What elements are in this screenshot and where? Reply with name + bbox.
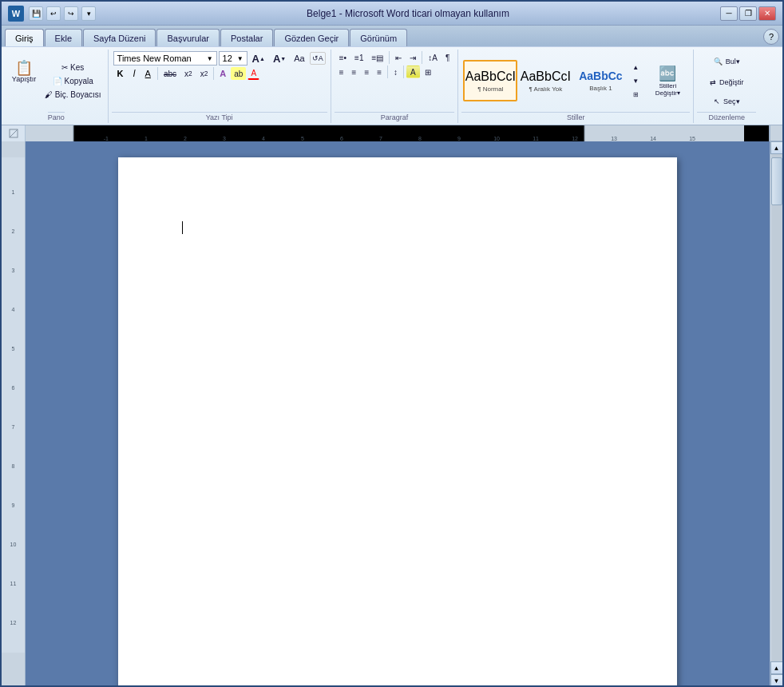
select-icon: ↖: [714, 97, 720, 105]
quick-access-toolbar: 💾 ↩ ↪ ▾: [29, 6, 96, 21]
ribbon: Giriş Ekle Sayfa Düzeni Başvurular Posta…: [2, 26, 782, 125]
document-page[interactable]: [118, 157, 677, 687]
tab-postalar[interactable]: Postalar: [220, 29, 273, 46]
tab-sayfa-duzeni[interactable]: Sayfa Düzeni: [83, 29, 156, 46]
vertical-ruler: 1 2 3 4 5 6 7 8 9 10 11 12: [2, 141, 26, 687]
ruler-corner: [2, 125, 26, 141]
font-grow-button[interactable]: A▲: [249, 52, 268, 65]
italic-button[interactable]: İ: [129, 67, 140, 80]
font-shrink-button[interactable]: A▼: [270, 52, 289, 65]
scroll-down-button2[interactable]: ▼: [770, 674, 783, 687]
styles-expand[interactable]: ⊞: [629, 88, 642, 101]
style-no-spacing-label: ¶ Aralık Yok: [529, 85, 563, 93]
find-button[interactable]: 🔍 Bul▾: [699, 51, 754, 72]
redo-quick-btn[interactable]: ↪: [64, 6, 78, 21]
font-size-value: 12: [223, 54, 237, 63]
align-right-button[interactable]: ≡: [361, 66, 372, 78]
style-heading1-preview: AaBbCc: [579, 69, 622, 83]
borders-button[interactable]: ⊞: [422, 66, 434, 78]
style-no-spacing[interactable]: AaBbCcI ¶ Aralık Yok: [518, 60, 572, 101]
replace-button[interactable]: ⇄ Değiştir: [699, 73, 754, 91]
main-area: 1 2 3 4 5 6 7 8 9 10 11 12 ▲ ▲ ▼: [2, 141, 782, 687]
bold-button[interactable]: K: [113, 67, 128, 80]
help-button[interactable]: ?: [763, 29, 779, 45]
change-styles-button[interactable]: 🔤 Stilleri Değiştir▾: [647, 60, 688, 101]
undo-quick-btn[interactable]: ↩: [46, 6, 61, 21]
close-button[interactable]: ✕: [758, 6, 776, 21]
replace-label: Değiştir: [719, 78, 744, 86]
scrollbar-track[interactable]: [771, 154, 782, 661]
styles-scroll-down[interactable]: ▼: [629, 74, 642, 87]
svg-rect-9: [2, 653, 26, 687]
font-group-label: Yazı Tipi: [112, 112, 327, 121]
title-bar-left: W 💾 ↩ ↪ ▾: [8, 6, 96, 22]
ribbon-group-pano: 📋 Yapıştır ✂ Kes 📄 Kopyala 🖌 Biç. Boyacı…: [5, 50, 109, 123]
tab-basvurular[interactable]: Başvurular: [156, 29, 220, 46]
align-left-button[interactable]: ≡: [336, 66, 347, 78]
ribbon-group-font: Times New Roman ▼ 12 ▼ A▲ A▼ Aa ↺A K İ: [109, 50, 331, 123]
app-icon: W: [8, 6, 24, 22]
ribbon-group-duzenleme: 🔍 Bul▾ ⇄ Değiştir ↖ Seç▾ Düzenleme: [694, 50, 759, 123]
font-name-selector[interactable]: Times New Roman ▼: [113, 51, 217, 66]
clear-format-button[interactable]: Aa: [291, 52, 307, 65]
styles-scroll-up[interactable]: ▲: [629, 61, 642, 73]
superscript-button[interactable]: x2: [197, 67, 212, 80]
scroll-down-button[interactable]: ▲: [770, 661, 783, 674]
font-name-dropdown-arrow: ▼: [207, 55, 213, 62]
scroll-up-button[interactable]: ▲: [770, 141, 783, 154]
separator2: [213, 67, 214, 80]
window-title: Belge1 - Microsoft Word ticari olmayan k…: [96, 8, 720, 19]
separator: [157, 67, 158, 80]
change-styles-icon: 🔤: [659, 65, 676, 82]
style-normal-preview: AaBbCcI: [465, 69, 516, 84]
ruler-row: -1 1 2 3 4 5 6 7 8 9 10 11 12 13 14 15: [2, 125, 782, 141]
text-cursor: [182, 221, 183, 234]
tab-ekle[interactable]: Ekle: [45, 29, 82, 46]
style-heading1[interactable]: AaBbCc Başlık 1: [573, 60, 628, 101]
text-highlight-button[interactable]: ab: [231, 67, 246, 80]
justify-button[interactable]: ≡: [374, 66, 385, 78]
scrollbar-thumb[interactable]: [771, 157, 782, 205]
multilevel-list-button[interactable]: ≡▤: [368, 51, 386, 64]
document-area[interactable]: [26, 141, 770, 687]
subscript-button[interactable]: x2: [181, 67, 196, 80]
ribbon-group-styles: AaBbCcI ¶ Normal AaBbCcI ¶ Aralık Yok Aa…: [458, 50, 694, 123]
find-label: Bul▾: [726, 58, 740, 66]
select-button[interactable]: ↖ Seç▾: [699, 93, 754, 110]
format-painter-button[interactable]: 🖌 Biç. Boyacısı: [42, 88, 105, 101]
clear-all-format-button[interactable]: ↺A: [310, 52, 326, 65]
minimize-button[interactable]: ─: [720, 6, 738, 21]
font-size-selector[interactable]: 12 ▼: [219, 51, 247, 66]
horizontal-ruler: -1 1 2 3 4 5 6 7 8 9 10 11 12 13 14 15: [26, 125, 770, 141]
font-size-dropdown-arrow: ▼: [237, 55, 244, 62]
customize-quick-btn[interactable]: ▾: [81, 6, 96, 21]
line-spacing-button[interactable]: ↕: [390, 66, 401, 78]
shading-button[interactable]: A: [406, 66, 420, 78]
ribbon-content: 📋 Yapıştır ✂ Kes 📄 Kopyala 🖌 Biç. Boyacı…: [2, 46, 782, 125]
decrease-indent-button[interactable]: ⇤: [392, 51, 405, 64]
font-color-button[interactable]: A: [247, 67, 259, 80]
save-quick-btn[interactable]: 💾: [29, 6, 43, 21]
sort-button[interactable]: ↕A: [425, 51, 441, 64]
ribbon-tab-bar: Giriş Ekle Sayfa Düzeni Başvurular Posta…: [2, 26, 782, 46]
show-marks-button[interactable]: ¶: [442, 51, 453, 64]
underline-button[interactable]: A: [141, 67, 155, 80]
numbered-list-button[interactable]: ≡1: [351, 51, 366, 64]
strikethrough-button[interactable]: abc: [160, 67, 180, 80]
style-normal[interactable]: AaBbCcI ¶ Normal: [463, 60, 517, 101]
tab-giris[interactable]: Giriş: [5, 29, 44, 46]
bullet-list-button[interactable]: ≡•: [336, 51, 350, 64]
vertical-scrollbar: ▲ ▲ ▼: [770, 141, 782, 687]
copy-button[interactable]: 📄 Kopyala: [42, 74, 105, 87]
align-center-button[interactable]: ≡: [349, 66, 360, 78]
paste-button[interactable]: 📋 Yapıştır: [8, 51, 40, 93]
increase-indent-button[interactable]: ⇥: [406, 51, 419, 64]
tab-gozden-gecir[interactable]: Gözden Geçir: [274, 29, 349, 46]
styles-group-label: Stiller: [461, 112, 690, 121]
styles-gallery: AaBbCcI ¶ Normal AaBbCcI ¶ Aralık Yok Aa…: [463, 60, 628, 101]
text-effect-button[interactable]: A: [216, 67, 229, 80]
tab-gorunum[interactable]: Görünüm: [350, 29, 407, 46]
restore-button[interactable]: ❐: [739, 6, 757, 21]
cut-button[interactable]: ✂ Kes: [42, 61, 105, 73]
title-bar: W 💾 ↩ ↪ ▾ Belge1 - Microsoft Word ticari…: [2, 2, 782, 26]
